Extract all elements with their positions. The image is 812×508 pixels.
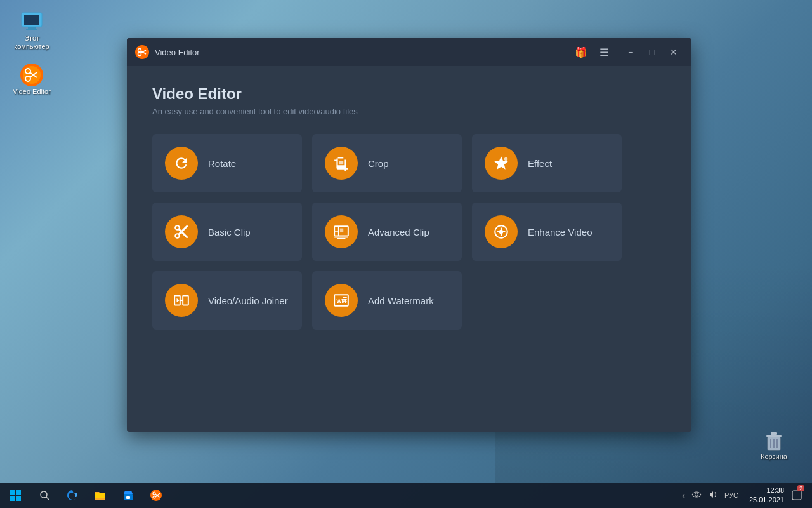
windows-logo-icon [10, 490, 21, 501]
desktop-icon-video-editor[interactable]: Video Editor [6, 60, 57, 98]
advanced-clip-icon-circle [325, 215, 358, 248]
taskbar-store-button[interactable] [114, 483, 142, 508]
clock-date: 25.01.2021 [749, 495, 784, 505]
taskbar-edge-button[interactable] [58, 483, 86, 508]
tray-language-label[interactable]: РУС [723, 490, 740, 500]
rotate-label: Rotate [208, 158, 236, 169]
taskbar-video-editor-button[interactable] [142, 483, 170, 508]
system-tray: ‹ РУС [680, 488, 740, 503]
effect-icon [493, 155, 509, 171]
desktop-icon-label-video-editor: Video Editor [13, 88, 51, 96]
watermark-icon: WM [333, 292, 350, 309]
svg-rect-32 [183, 295, 188, 305]
effect-label: Effect [528, 158, 552, 169]
desktop-icons: Этот компьютер Video Editor [6, 6, 57, 99]
scissors-icon [173, 224, 190, 240]
gift-icon[interactable]: 🎁 [572, 43, 590, 61]
svg-rect-54 [792, 491, 801, 500]
basic-clip-label: Basic Clip [208, 227, 251, 237]
title-bar-extras: 🎁 ☰ [572, 43, 613, 61]
tool-enhance-video[interactable]: Enhance Video [472, 203, 622, 261]
svg-rect-2 [28, 27, 36, 29]
crop-icon-circle [325, 147, 358, 180]
crop-icon [333, 155, 350, 171]
taskbar-explorer-button[interactable] [86, 483, 114, 508]
crop-label: Crop [368, 158, 389, 169]
window-title: Video Editor [155, 48, 572, 57]
tool-rotate[interactable]: Rotate [152, 134, 302, 192]
effect-icon-circle [485, 147, 518, 180]
edge-icon [66, 489, 79, 502]
app-content: Video Editor An easy use and convenient … [127, 66, 691, 432]
desktop-icon-recycle-bin[interactable]: Корзина [749, 425, 799, 464]
tools-grid: Rotate Crop [152, 134, 622, 330]
tool-video-audio-joiner[interactable]: Video/Audio Joiner [152, 271, 302, 330]
svg-rect-26 [340, 229, 343, 232]
notification-badge: 2 [797, 485, 804, 491]
desktop-icon-label-this-pc: Этот компьютер [9, 34, 55, 51]
svg-point-53 [695, 493, 698, 496]
taskbar-clock[interactable]: 12:38 25.01.2021 [749, 486, 784, 505]
close-button[interactable]: ✕ [664, 43, 684, 61]
svg-rect-10 [768, 436, 780, 450]
taskbar-left [0, 483, 170, 508]
enhance-video-label: Enhance Video [528, 227, 592, 237]
advanced-clip-icon [333, 224, 350, 240]
enhance-icon [493, 224, 509, 240]
title-bar: Video Editor 🎁 ☰ − □ ✕ [127, 38, 691, 66]
start-button[interactable] [0, 483, 30, 508]
tool-basic-clip[interactable]: Basic Clip [152, 203, 302, 261]
rotate-icon-circle [165, 147, 198, 180]
explorer-icon [94, 489, 107, 502]
app-heading: Video Editor [152, 85, 666, 103]
rotate-icon [173, 155, 190, 171]
svg-rect-47 [126, 496, 130, 499]
joiner-icon-circle [165, 284, 198, 317]
recycle-bin-label: Корзина [761, 453, 787, 461]
svg-point-44 [41, 491, 47, 498]
taskbar-search-button[interactable] [30, 483, 58, 508]
taskbar-right: ‹ РУС 12:38 25.01.2021 [680, 483, 812, 508]
svg-point-5 [23, 66, 41, 84]
svg-text:WM: WM [336, 298, 346, 304]
svg-marker-34 [176, 298, 179, 303]
tool-crop[interactable]: Crop [312, 134, 462, 192]
menu-icon[interactable]: ☰ [595, 43, 613, 61]
svg-rect-3 [26, 29, 37, 30]
notification-icon [792, 490, 802, 500]
svg-rect-12 [771, 432, 777, 435]
taskbar: ‹ РУС 12:38 25.01.2021 [0, 483, 812, 508]
add-watermark-label: Add Watermark [368, 295, 434, 306]
svg-rect-43 [16, 496, 21, 501]
video-editor-taskbar-icon [150, 489, 162, 502]
svg-rect-1 [24, 15, 39, 25]
store-icon [122, 489, 134, 502]
joiner-icon [173, 292, 190, 309]
app-subheading: An easy use and convenient tool to edit … [152, 107, 666, 116]
video-audio-joiner-label: Video/Audio Joiner [208, 295, 288, 306]
app-logo-icon [134, 44, 150, 60]
svg-rect-40 [10, 490, 15, 495]
tray-chevron-icon[interactable]: ‹ [680, 489, 687, 502]
tool-effect[interactable]: Effect [472, 134, 622, 192]
maximize-button[interactable]: □ [642, 43, 662, 61]
advanced-clip-label: Advanced Clip [368, 227, 429, 237]
minimize-button[interactable]: − [620, 43, 641, 61]
desktop-icon-this-pc[interactable]: Этот компьютер [6, 6, 57, 53]
basic-clip-icon-circle [165, 215, 198, 248]
tool-advanced-clip[interactable]: Advanced Clip [312, 203, 462, 261]
watermark-icon-circle: WM [325, 284, 358, 317]
clock-time: 12:38 [749, 486, 784, 495]
svg-point-30 [499, 230, 504, 234]
svg-rect-21 [339, 161, 344, 164]
svg-point-48 [150, 490, 162, 501]
desktop: Этот компьютер Video Editor Ко [0, 0, 812, 508]
tool-add-watermark[interactable]: WM Add Watermark [312, 271, 462, 330]
notification-button[interactable]: 2 [788, 483, 806, 508]
tray-sound-icon[interactable] [706, 488, 720, 503]
search-icon [39, 490, 49, 500]
tray-network-icon[interactable] [690, 488, 704, 503]
svg-rect-42 [10, 496, 15, 501]
svg-rect-41 [16, 490, 21, 495]
svg-point-22 [504, 157, 508, 161]
